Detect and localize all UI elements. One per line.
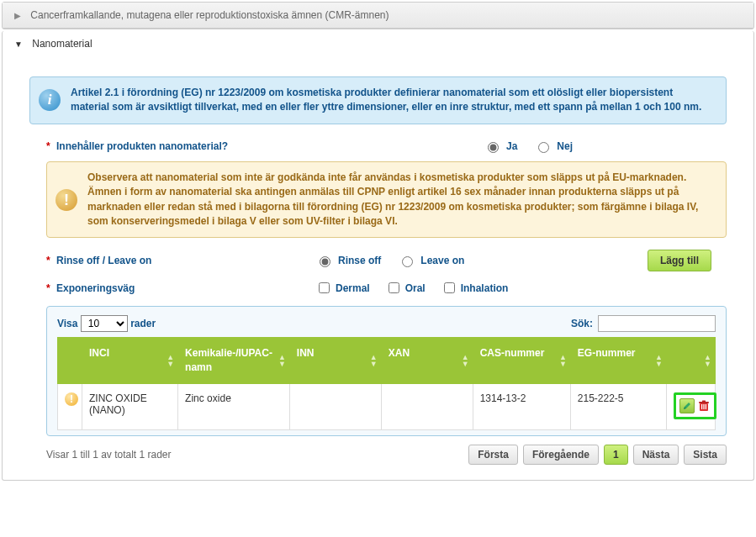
search-label: Sök: [571, 318, 593, 329]
nanomaterial-panel: ▼ Nanomaterial i Artikel 2.1 i förordnin… [2, 31, 754, 481]
page-size-select[interactable]: 10 [81, 315, 128, 332]
info-text: Artikel 2.1 i förordning (EG) nr 1223/20… [71, 87, 701, 113]
warning-text-1: Observera att nanomaterial som inte är g… [87, 171, 714, 185]
warning-box: ! Observera att nanomaterial som inte är… [46, 161, 727, 239]
exposure-dermal-label: Dermal [336, 282, 370, 294]
col-xan[interactable]: XAN▲▼ [381, 338, 473, 384]
svg-rect-2 [702, 400, 706, 402]
cmr-panel-header[interactable]: ▶ Cancerframkallande, mutagena eller rep… [3, 3, 753, 29]
required-mark: * [46, 255, 50, 266]
pager-page-1[interactable]: 1 [604, 445, 628, 465]
cell-chem: Zinc oxide [178, 383, 290, 429]
search-input[interactable] [598, 315, 716, 332]
rows-label: rader [130, 318, 156, 329]
nano-panel-title: Nanomaterial [32, 38, 92, 50]
pager-last[interactable]: Sista [684, 445, 727, 465]
rinse-off-radio[interactable] [320, 256, 330, 267]
col-inn[interactable]: INN▲▼ [289, 338, 381, 384]
info-box: i Artikel 2.1 i förordning (EG) nr 1223/… [29, 76, 727, 124]
sort-icon: ▲▼ [559, 354, 567, 367]
required-mark: * [46, 140, 50, 152]
col-cas[interactable]: CAS-nummer▲▼ [473, 338, 570, 384]
exposure-oral-checkbox[interactable] [389, 282, 399, 293]
warning-icon: ! [56, 189, 77, 211]
nano-table-wrap: Visa 10 rader Sök: [46, 306, 727, 436]
cell-inci: ZINC OXIDE (NANO) [82, 383, 178, 429]
trash-icon [697, 399, 711, 413]
leave-on-label: Leave on [420, 255, 464, 266]
chevron-right-icon: ▶ [14, 11, 21, 20]
exposure-label: Exponeringsväg [56, 282, 135, 294]
edit-button[interactable] [679, 398, 695, 413]
warning-text-2: Ämnen i form av nanomaterial ska antinge… [87, 185, 714, 229]
status-warning-icon: ! [65, 392, 78, 406]
chevron-down-icon: ▼ [14, 39, 23, 49]
sort-icon: ▲▼ [704, 354, 711, 367]
cmr-panel-title: Cancerframkallande, mutagena eller repro… [30, 9, 389, 21]
col-status[interactable] [58, 338, 82, 384]
action-highlight-frame [674, 392, 716, 419]
leave-on-radio[interactable] [402, 256, 413, 267]
cmr-panel[interactable]: ▶ Cancerframkallande, mutagena eller rep… [2, 2, 754, 29]
table-info: Visar 1 till 1 av totalt 1 rader [46, 449, 172, 461]
rinse-row: * Rinse off / Leave on Rinse off Leave o… [46, 250, 727, 271]
delete-button[interactable] [697, 399, 711, 413]
col-inci[interactable]: INCI▲▼ [82, 338, 178, 384]
sort-icon: ▲▼ [370, 354, 378, 367]
exposure-inhalation-label: Inhalation [461, 282, 509, 294]
sort-icon: ▲▼ [278, 354, 286, 367]
exposure-inhalation-checkbox[interactable] [444, 282, 455, 293]
exposure-dermal-checkbox[interactable] [319, 282, 330, 293]
pencil-icon [683, 402, 691, 410]
svg-rect-5 [706, 404, 706, 409]
exposure-row: * Exponeringsväg Dermal Oral Inhalation [46, 280, 727, 296]
table-row: ! ZINC OXIDE (NANO) Zinc oxide 1314-13-2… [58, 383, 716, 429]
nano-table: INCI▲▼ Kemikalie-/IUPAC-namn▲▼ INN▲▼ XAN… [57, 337, 716, 430]
pager-prev[interactable]: Föregående [523, 445, 599, 465]
contains-nano-row: * Innehåller produkten nanomaterial? Ja … [46, 140, 727, 153]
svg-rect-4 [703, 404, 704, 409]
sort-icon: ▲▼ [655, 354, 663, 367]
contains-nano-no-label: Nej [557, 140, 573, 152]
sort-icon: ▲▼ [462, 354, 469, 367]
contains-nano-yes-radio[interactable] [488, 142, 499, 153]
rinse-off-label: Rinse off [338, 255, 381, 266]
required-mark: * [46, 282, 50, 294]
show-label: Visa [57, 318, 77, 329]
col-eg[interactable]: EG-nummer▲▼ [570, 338, 666, 384]
sort-icon: ▲▼ [167, 354, 174, 367]
rinse-label: Rinse off / Leave on [56, 255, 151, 266]
exposure-oral-label: Oral [405, 282, 426, 294]
info-icon: i [39, 89, 61, 111]
cell-inn [289, 383, 381, 429]
cell-cas: 1314-13-2 [473, 383, 570, 429]
svg-rect-3 [701, 404, 702, 409]
col-chem[interactable]: Kemikalie-/IUPAC-namn▲▼ [178, 338, 290, 384]
pager-next[interactable]: Nästa [633, 445, 679, 465]
contains-nano-no-radio[interactable] [538, 142, 549, 153]
pager: Första Föregående 1 Nästa Sista [468, 445, 727, 465]
cell-xan [381, 383, 473, 429]
contains-nano-label: Innehåller produkten nanomaterial? [56, 140, 228, 152]
nano-panel-header[interactable]: ▼ Nanomaterial [3, 31, 753, 56]
pager-first[interactable]: Första [468, 445, 518, 465]
contains-nano-yes-label: Ja [506, 140, 517, 152]
add-button[interactable]: Lägg till [648, 250, 711, 271]
cell-eg: 215-222-5 [570, 383, 666, 429]
col-actions: ▲▼ [666, 338, 715, 384]
